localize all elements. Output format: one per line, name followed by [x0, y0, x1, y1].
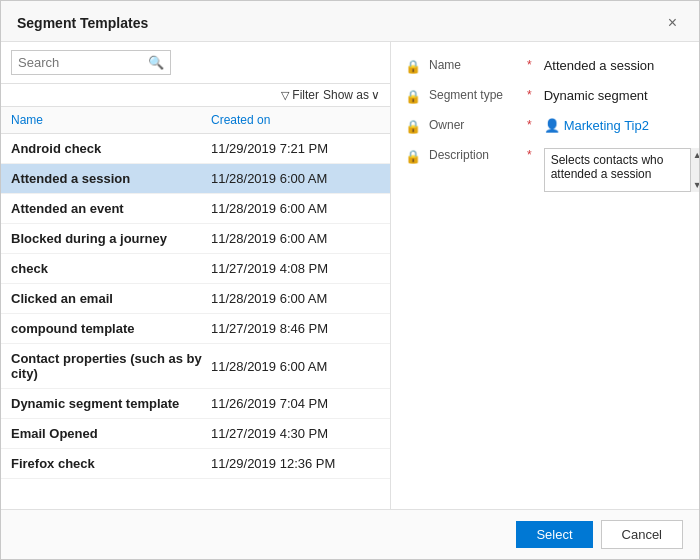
item-name: Blocked during a journey	[11, 231, 211, 246]
scroll-up-arrow[interactable]: ▲	[691, 148, 699, 162]
item-date: 11/27/2019 4:30 PM	[211, 426, 328, 441]
required-asterisk-segment: *	[527, 88, 532, 102]
description-text: Selects contacts who attended a session	[551, 153, 664, 181]
detail-name-row: 🔒 Name * Attended a session	[405, 58, 699, 74]
person-icon: 👤	[544, 118, 560, 133]
column-created-header[interactable]: Created on	[211, 113, 270, 127]
item-date: 11/28/2019 6:00 AM	[211, 171, 327, 186]
segment-templates-dialog: Segment Templates × 🔍 ▽ Filter	[0, 0, 700, 560]
detail-description-label: Description	[429, 148, 519, 162]
search-icon-button[interactable]: 🔍	[142, 51, 170, 74]
lock-icon-segment: 🔒	[405, 89, 421, 104]
detail-segment-type-value: Dynamic segment	[544, 88, 648, 103]
lock-icon-name: 🔒	[405, 59, 421, 74]
item-name: compound template	[11, 321, 211, 336]
item-name: Dynamic segment template	[11, 396, 211, 411]
detail-name-label: Name	[429, 58, 519, 72]
dialog-title: Segment Templates	[17, 15, 148, 31]
show-as-button[interactable]: Show as ∨	[323, 88, 380, 102]
search-area: 🔍	[1, 42, 390, 84]
required-asterisk-owner: *	[527, 118, 532, 132]
item-name: Attended an event	[11, 201, 211, 216]
required-asterisk-description: *	[527, 148, 532, 162]
detail-segment-type-label: Segment type	[429, 88, 519, 102]
item-date: 11/28/2019 6:00 AM	[211, 291, 327, 306]
cancel-button[interactable]: Cancel	[601, 520, 683, 549]
detail-description-row: 🔒 Description * Selects contacts who att…	[405, 148, 699, 192]
search-input[interactable]	[12, 51, 142, 74]
filter-icon: ▽	[281, 89, 289, 102]
dialog-body: 🔍 ▽ Filter Show as ∨ Name Created on	[1, 42, 699, 509]
list-item[interactable]: Attended a session11/28/2019 6:00 AM	[1, 164, 390, 194]
item-date: 11/27/2019 8:46 PM	[211, 321, 328, 336]
list-item[interactable]: Attended an event11/28/2019 6:00 AM	[1, 194, 390, 224]
list-item[interactable]: Email Opened11/27/2019 4:30 PM	[1, 419, 390, 449]
description-scrollbar: ▲ ▼	[690, 148, 699, 192]
list-item[interactable]: check11/27/2019 4:08 PM	[1, 254, 390, 284]
left-panel: 🔍 ▽ Filter Show as ∨ Name Created on	[1, 42, 391, 509]
item-date: 11/28/2019 6:00 AM	[211, 231, 327, 246]
item-name: Clicked an email	[11, 291, 211, 306]
right-panel: 🔒 Name * Attended a session 🔒 Segment ty…	[391, 42, 699, 509]
list-item[interactable]: Clicked an email11/28/2019 6:00 AM	[1, 284, 390, 314]
search-box: 🔍	[11, 50, 171, 75]
lock-icon-owner: 🔒	[405, 119, 421, 134]
dialog-footer: Select Cancel	[1, 509, 699, 559]
item-date: 11/28/2019 6:00 AM	[211, 201, 327, 216]
list-item[interactable]: Firefox check11/29/2019 12:36 PM	[1, 449, 390, 479]
item-name: Contact properties (such as by city)	[11, 351, 211, 381]
item-date: 11/28/2019 6:00 AM	[211, 359, 327, 374]
scroll-down-arrow[interactable]: ▼	[691, 178, 699, 192]
list-item[interactable]: compound template11/27/2019 8:46 PM	[1, 314, 390, 344]
detail-description-value: Selects contacts who attended a session	[544, 148, 699, 192]
lock-icon-description: 🔒	[405, 149, 421, 164]
required-asterisk-name: *	[527, 58, 532, 72]
item-name: Android check	[11, 141, 211, 156]
template-list: Android check11/29/2019 7:21 PMAttended …	[1, 134, 390, 509]
column-headers: Name Created on	[1, 107, 390, 134]
item-name: Firefox check	[11, 456, 211, 471]
show-as-label: Show as	[323, 88, 369, 102]
list-item[interactable]: Android check11/29/2019 7:21 PM	[1, 134, 390, 164]
dialog-header: Segment Templates ×	[1, 1, 699, 42]
close-button[interactable]: ×	[662, 13, 683, 33]
item-date: 11/26/2019 7:04 PM	[211, 396, 328, 411]
column-name-header[interactable]: Name	[11, 113, 211, 127]
filter-button[interactable]: ▽ Filter	[281, 88, 319, 102]
list-item[interactable]: Blocked during a journey11/28/2019 6:00 …	[1, 224, 390, 254]
list-item[interactable]: Dynamic segment template11/26/2019 7:04 …	[1, 389, 390, 419]
detail-name-value: Attended a session	[544, 58, 655, 73]
item-name: Email Opened	[11, 426, 211, 441]
item-date: 11/29/2019 12:36 PM	[211, 456, 335, 471]
item-name: Attended a session	[11, 171, 211, 186]
detail-owner-row: 🔒 Owner * 👤 Marketing Tip2	[405, 118, 699, 134]
item-name: check	[11, 261, 211, 276]
item-date: 11/29/2019 7:21 PM	[211, 141, 328, 156]
detail-owner-label: Owner	[429, 118, 519, 132]
top-bar: ▽ Filter Show as ∨	[1, 84, 390, 107]
detail-owner-value: 👤 Marketing Tip2	[544, 118, 649, 133]
list-item[interactable]: Contact properties (such as by city)11/2…	[1, 344, 390, 389]
filter-label: Filter	[292, 88, 319, 102]
owner-name-link[interactable]: Marketing Tip2	[564, 118, 649, 133]
select-button[interactable]: Select	[516, 521, 592, 548]
detail-segment-type-row: 🔒 Segment type * Dynamic segment	[405, 88, 699, 104]
search-icon: 🔍	[148, 55, 164, 70]
chevron-down-icon: ∨	[371, 88, 380, 102]
item-date: 11/27/2019 4:08 PM	[211, 261, 328, 276]
